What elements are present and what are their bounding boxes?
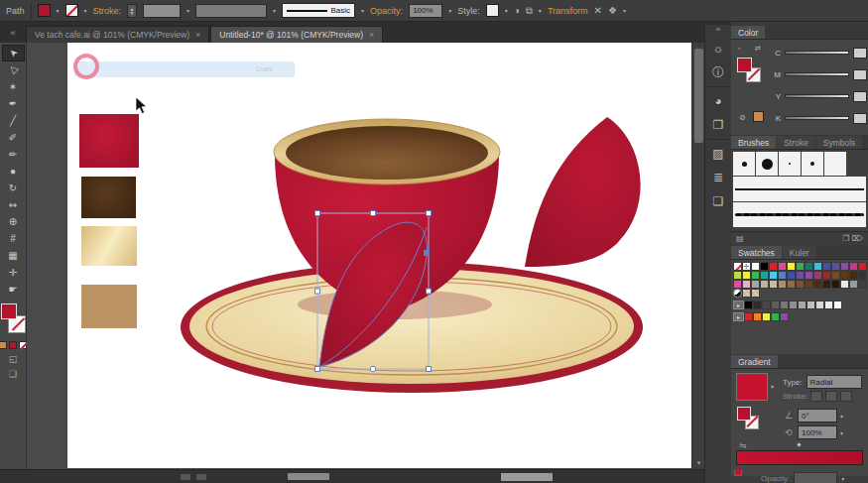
- angle-dropdown-icon[interactable]: ▾: [840, 413, 843, 420]
- swatch[interactable]: [744, 312, 753, 321]
- brush-thumb[interactable]: [824, 152, 846, 176]
- swatch[interactable]: [798, 301, 806, 309]
- swatch[interactable]: [849, 262, 858, 271]
- gradient-fill-swatch[interactable]: [736, 373, 768, 401]
- brush-definition-dropdown[interactable]: Basic: [282, 3, 355, 18]
- gradient-slider-bar[interactable]: [736, 450, 863, 465]
- swatch[interactable]: [849, 271, 858, 280]
- tab-stroke[interactable]: Stroke: [777, 136, 815, 149]
- swatch[interactable]: [760, 262, 769, 271]
- aspect-dropdown-icon[interactable]: ▾: [840, 429, 843, 436]
- pasteboard[interactable]: Dark: [27, 43, 691, 469]
- swatch[interactable]: [780, 312, 789, 321]
- brush-thumb[interactable]: [756, 152, 778, 176]
- gradient-opacity-dropdown-icon[interactable]: ▾: [841, 475, 844, 482]
- gradient-opacity-field[interactable]: [794, 472, 837, 483]
- line-tool[interactable]: ╱: [2, 112, 25, 129]
- channel-slider[interactable]: [785, 51, 849, 55]
- swatch[interactable]: [796, 280, 805, 289]
- fill-proxy-swatch[interactable]: [1, 303, 17, 319]
- status-icon[interactable]: [181, 474, 190, 480]
- fill-color-swatch[interactable]: [38, 4, 51, 17]
- stroke-weight-stepper[interactable]: ▲▼: [127, 4, 137, 18]
- fill-stroke-control[interactable]: [0, 303, 26, 337]
- swatch-pattern[interactable]: [751, 289, 760, 298]
- align-icon[interactable]: ≣: [706, 166, 731, 189]
- variable-width-dropdown-icon[interactable]: ▾: [273, 7, 276, 14]
- swatch[interactable]: [806, 301, 815, 309]
- tab-brushes[interactable]: Brushes: [731, 136, 776, 149]
- swatch[interactable]: [769, 280, 778, 289]
- document-tab-2[interactable]: Untitled-10* @ 101% (CMYK/Preview) ×: [210, 26, 383, 43]
- channel-value-field[interactable]: [853, 113, 867, 124]
- swatch[interactable]: [778, 262, 787, 271]
- brush-definition-dropdown-icon[interactable]: ▾: [361, 7, 364, 14]
- color-proxies[interactable]: [737, 58, 767, 89]
- perspective-grid-tool[interactable]: #: [2, 230, 25, 247]
- swatch[interactable]: [762, 312, 771, 321]
- vertical-scrollbar[interactable]: ▾: [691, 43, 704, 469]
- coffee-cup-artwork[interactable]: [67, 43, 691, 468]
- document-tab-1[interactable]: Ve tach cafe.ai @ 101% (CMYK/Preview) ×: [26, 26, 209, 43]
- none-icon[interactable]: ⊘: [739, 113, 746, 122]
- tab-color[interactable]: Color: [731, 26, 765, 39]
- swatch[interactable]: [833, 301, 842, 309]
- opacity-dropdown-icon[interactable]: ▾: [448, 7, 451, 14]
- swatch-pattern[interactable]: [742, 289, 751, 298]
- brush-thumb[interactable]: [733, 152, 755, 176]
- horizontal-scrollbar-thumb[interactable]: [288, 473, 329, 480]
- paintbrush-tool[interactable]: ✐: [2, 129, 25, 146]
- isolate-icon[interactable]: ❖: [608, 5, 617, 16]
- channel-value-field[interactable]: [853, 48, 867, 59]
- recolor-artwork-icon[interactable]: ◑: [514, 5, 520, 16]
- default-colors-icon[interactable]: ▫: [738, 45, 740, 52]
- swatch-registration[interactable]: ✛: [742, 262, 751, 271]
- swatch[interactable]: [760, 271, 769, 280]
- swap-colors-icon[interactable]: ⇄: [755, 45, 761, 53]
- swatch[interactable]: [822, 271, 831, 280]
- delete-brush-icon[interactable]: ⌦: [852, 234, 863, 243]
- swatch[interactable]: [753, 301, 762, 309]
- swatch-group-icon[interactable]: ▸: [733, 301, 744, 309]
- swatch[interactable]: [751, 262, 760, 271]
- swatch[interactable]: [771, 312, 780, 321]
- swatch[interactable]: [742, 271, 751, 280]
- tab-kuler[interactable]: Kuler: [783, 246, 816, 259]
- swatch[interactable]: [813, 280, 822, 289]
- swatch[interactable]: [771, 301, 780, 309]
- dock-expand-icon[interactable]: «: [716, 25, 720, 37]
- shape-builder-tool[interactable]: ⊕: [2, 213, 25, 230]
- swatch[interactable]: [815, 301, 824, 309]
- gradient-angle-field[interactable]: 0°: [798, 409, 837, 423]
- width-tool[interactable]: ↭: [2, 196, 25, 213]
- swatch[interactable]: [778, 271, 787, 280]
- layers-icon[interactable]: ❏: [706, 189, 731, 213]
- swatch-radial-gradient[interactable]: [733, 289, 742, 298]
- channel-value-field[interactable]: [853, 91, 867, 102]
- swatch[interactable]: [762, 301, 771, 309]
- stroke-color-swatch[interactable]: [65, 4, 78, 17]
- swatch[interactable]: [787, 262, 796, 271]
- stroke-weight-field[interactable]: [143, 4, 181, 18]
- swatch[interactable]: [742, 280, 751, 289]
- align-options-icon[interactable]: ⧉: [526, 5, 533, 17]
- gradient-stop-handle[interactable]: [734, 467, 742, 476]
- swatch[interactable]: [787, 271, 796, 280]
- swatch[interactable]: [753, 312, 762, 321]
- tab-symbols[interactable]: Symbols: [816, 136, 863, 149]
- gradient-proxies[interactable]: [737, 407, 767, 436]
- brush-thumb-charcoal[interactable]: [733, 202, 866, 227]
- swatch-none[interactable]: [733, 262, 742, 271]
- mesh-tool[interactable]: ▦: [2, 247, 25, 264]
- swatch[interactable]: [778, 280, 787, 289]
- swatch[interactable]: [858, 271, 867, 280]
- swatch[interactable]: [769, 262, 778, 271]
- none-button[interactable]: [19, 341, 27, 349]
- swatch[interactable]: [760, 280, 769, 289]
- navigator-icon[interactable]: ◕: [706, 89, 731, 113]
- magic-wand-tool[interactable]: ✶: [2, 78, 25, 95]
- channel-slider[interactable]: [785, 72, 849, 76]
- selection-tool[interactable]: ➤: [2, 45, 25, 61]
- stroke-gradient-along-icon[interactable]: [825, 391, 837, 402]
- stroke-gradient-within-icon[interactable]: [810, 391, 822, 402]
